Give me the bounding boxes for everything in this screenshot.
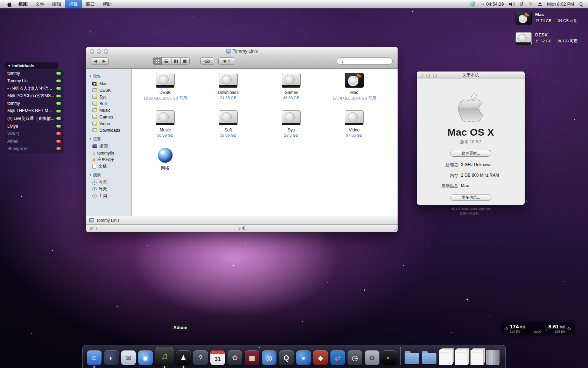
software-update-button[interactable]: 软件更新...: [450, 150, 491, 157]
buddy-row[interactable]: Alfred: [5, 138, 64, 144]
desktop-icon-mac[interactable]: Mac 17.74 GB, ....04 GB 可用: [516, 12, 578, 25]
buddy-row[interactable]: M群-THEMEX.NET MSN群: [5, 108, 64, 114]
menu-app-name[interactable]: 抓图: [15, 0, 31, 8]
action-button[interactable]: ✱▼: [218, 57, 235, 65]
sidebar-item-video[interactable]: Video: [90, 120, 131, 127]
theater-icon[interactable]: ▦: [245, 350, 259, 365]
sidebar-item-desk[interactable]: DESK: [90, 87, 131, 94]
network-item[interactable]: 网络: [134, 144, 197, 182]
buddy-row[interactable]: tommy: [5, 100, 64, 107]
chevron-down-icon: ▼: [228, 60, 231, 63]
uptime-timer[interactable]: ↔ 04:54:29: [480, 1, 504, 7]
sidebar-item-documents[interactable]: 文稿: [90, 163, 131, 170]
browser-icon[interactable]: ◉: [138, 350, 153, 365]
sidebar-section-search[interactable]: ▼搜索: [89, 172, 131, 178]
search-field[interactable]: [337, 57, 393, 64]
tux-messenger-icon[interactable]: ♟: [176, 350, 191, 365]
eject-icon[interactable]: [538, 2, 542, 6]
transfer-app-icon[interactable]: ⇄: [330, 350, 345, 365]
about-titlebar[interactable]: 关于本机: [417, 71, 525, 79]
photos-icon[interactable]: ✿: [227, 350, 242, 365]
volume-item-soft[interactable]: Soft 39.06 GB: [197, 107, 260, 144]
sidebar-item-downloads[interactable]: Downloads: [90, 127, 131, 134]
sidebar-item-soft[interactable]: Soft: [90, 100, 131, 107]
forward-button[interactable]: ▶: [100, 59, 108, 63]
adium-icon[interactable]: ♫: [155, 347, 174, 365]
terminal-icon[interactable]: >_: [382, 350, 397, 365]
menu-file[interactable]: 文件: [31, 0, 48, 8]
documents-stack-icon[interactable]: [439, 350, 452, 365]
sidebar-section-devices[interactable]: ▼设备: [89, 74, 131, 79]
sidebar-item-desktop[interactable]: 桌面: [90, 143, 131, 150]
buddy-row[interactable]: tommy: [5, 70, 64, 77]
volume-icon[interactable]: [509, 2, 514, 6]
buddy-row[interactable]: Liviya: [5, 123, 64, 129]
applications-stack-icon[interactable]: [405, 353, 419, 364]
sidebar-item-music[interactable]: Music: [90, 107, 131, 114]
icon-view-button[interactable]: [153, 58, 162, 64]
finder-titlebar[interactable]: Tommy Lin's ◀ ▶ ✱▼: [86, 47, 398, 69]
buddy-row[interactable]: M群-PCPChina官方MS...: [5, 93, 64, 99]
volume-item-sys[interactable]: Sys 29.3 GB: [260, 107, 323, 144]
volume-item-downloads[interactable]: Downloads 24.65 GB: [197, 69, 260, 107]
status-online-icon: [56, 102, 61, 105]
volume-item-mac[interactable]: Mac 17.74 GB, 10.04 GB 可用: [323, 69, 386, 107]
desktop-icon-info: 19.52 GB, ....86 GB 可用: [535, 39, 578, 44]
quicklook-button[interactable]: [200, 57, 214, 65]
notes-stack-icon[interactable]: [470, 350, 484, 365]
adium-menubar-icon[interactable]: [470, 1, 475, 7]
trash-icon[interactable]: [486, 350, 499, 365]
sidebar-item-sys[interactable]: Sys: [90, 94, 131, 100]
system-preferences-icon[interactable]: ⚙: [365, 350, 379, 365]
back-button[interactable]: ◀: [91, 59, 100, 63]
quicktime-icon[interactable]: Q: [279, 350, 294, 365]
menu-window[interactable]: 窗口: [82, 0, 99, 8]
orb-app-icon[interactable]: ●: [296, 350, 311, 365]
hdd-mac-icon: [345, 73, 364, 88]
clock-app-icon[interactable]: ◷: [348, 350, 362, 365]
files-stack-icon[interactable]: [455, 350, 468, 365]
finder-icon[interactable]: ☺: [87, 350, 102, 365]
sidebar-item-yesterday[interactable]: 昨天: [90, 186, 131, 192]
more-info-button[interactable]: 更多信息...: [450, 194, 491, 201]
sidebar-item-home[interactable]: ⌂tommylin: [90, 150, 131, 156]
mail-icon[interactable]: ✉: [121, 350, 136, 365]
sidebar-item-games[interactable]: Games: [90, 114, 131, 120]
sidebar-item-today[interactable]: 今天: [90, 179, 131, 186]
buddy-group-header[interactable]: ▼ Individuals: [5, 62, 58, 69]
column-view-button[interactable]: [172, 58, 181, 64]
menubar-clock[interactable]: Mon 8:02 PM: [547, 1, 574, 7]
ical-icon[interactable]: 31: [210, 350, 225, 365]
volume-item-video[interactable]: Video 97.65 GB: [323, 107, 386, 144]
sidebar-item-mac[interactable]: Mac: [90, 80, 131, 87]
red-app-icon[interactable]: ◆: [313, 350, 328, 365]
spotlight-icon[interactable]: [579, 2, 583, 6]
finder-pathbar[interactable]: Tommy Lin's: [86, 216, 398, 224]
sidebar-item-applications[interactable]: A应用程序: [90, 156, 131, 163]
buddy-row[interactable]: Shoegazer: [5, 145, 64, 152]
volume-item-games[interactable]: Games 48.83 GB: [260, 69, 323, 107]
downloads-stack-icon[interactable]: [422, 353, 436, 364]
sidebar-item-pastweek[interactable]: 上周: [90, 192, 131, 199]
input-method-pencil-icon[interactable]: ✎: [528, 1, 533, 7]
menu-edit[interactable]: 编辑: [48, 0, 65, 8]
volume-item-music[interactable]: Music 58.59 GB: [134, 107, 197, 144]
buddy-row[interactable]: Tommy Lin: [5, 77, 64, 84]
list-view-button[interactable]: [162, 58, 171, 64]
help-viewer-icon[interactable]: ?: [193, 350, 208, 365]
menu-help[interactable]: 帮助: [99, 0, 115, 8]
buddy-row[interactable]: Will(#): [5, 130, 64, 137]
menu-capture[interactable]: 捕捉: [65, 0, 82, 8]
sidebar-section-places[interactable]: ▼位置: [89, 136, 131, 142]
desktop-icon-desk[interactable]: DESK 19.52 GB, ....86 GB 可用: [516, 32, 578, 45]
volume-item-desk[interactable]: DESK 19.52 GB, 18.86 GB 可用: [134, 69, 197, 107]
buddy-row[interactable]: (#) Live英汉通（直接输...: [5, 115, 64, 122]
sphere-app-icon[interactable]: ◐: [104, 350, 119, 365]
dock: ☺ ◐ ✉ ◉ ♫ ♟ ? 31 ✿ ▦ ◎ Q ● ◆ ⇄ ◷ ⚙ >_: [82, 345, 506, 368]
coverflow-view-button[interactable]: [181, 58, 189, 64]
apple-menu[interactable]: [4, 1, 15, 7]
network-monitor-widget[interactable]: ↺ 174MB 8.61MB 114 B/s ppp0 196 B/s ↻: [501, 322, 574, 335]
buddy-row[interactable]: - 小i机器人:)输入"外语...: [5, 85, 64, 92]
time-machine-icon[interactable]: ↺: [519, 1, 524, 7]
itunes-icon[interactable]: ◎: [262, 350, 276, 365]
